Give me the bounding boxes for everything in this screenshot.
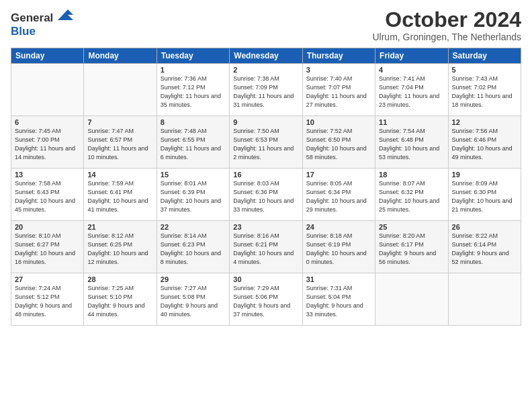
day-number: 11 <box>379 118 444 126</box>
logo-blue-text: Blue <box>11 25 75 38</box>
day-info: Sunrise: 7:24 AMSunset: 5:12 PMDaylight:… <box>15 284 80 319</box>
table-cell: 21Sunrise: 8:12 AMSunset: 6:25 PMDayligh… <box>84 221 157 273</box>
location: Ulrum, Groningen, The Netherlands <box>372 32 521 42</box>
col-thursday: Thursday <box>302 48 375 64</box>
week-row-2: 13Sunrise: 7:58 AMSunset: 6:43 PMDayligh… <box>11 169 521 221</box>
day-number: 13 <box>15 171 80 179</box>
day-info: Sunrise: 8:07 AMSunset: 6:32 PMDaylight:… <box>379 179 444 214</box>
day-number: 3 <box>306 66 371 74</box>
table-cell <box>84 64 157 116</box>
table-cell: 2Sunrise: 7:38 AMSunset: 7:09 PMDaylight… <box>230 64 302 116</box>
day-info: Sunrise: 7:41 AMSunset: 7:04 PMDaylight:… <box>379 75 444 109</box>
title-block: October 2024 Ulrum, Groningen, The Nethe… <box>372 8 521 42</box>
logo-general: General <box>11 11 53 24</box>
header: General Blue October 2024 Ulrum, Groning… <box>11 8 521 42</box>
day-info: Sunrise: 8:12 AMSunset: 6:25 PMDaylight:… <box>87 232 152 267</box>
table-cell: 20Sunrise: 8:10 AMSunset: 6:27 PMDayligh… <box>11 221 84 273</box>
table-cell: 14Sunrise: 7:59 AMSunset: 6:41 PMDayligh… <box>84 169 157 221</box>
day-number: 17 <box>306 171 371 179</box>
table-cell: 6Sunrise: 7:45 AMSunset: 7:00 PMDaylight… <box>11 116 84 169</box>
day-info: Sunrise: 7:31 AMSunset: 5:04 PMDaylight:… <box>306 284 371 319</box>
col-tuesday: Tuesday <box>157 48 229 64</box>
day-number: 28 <box>87 275 152 283</box>
week-row-0: 1Sunrise: 7:36 AMSunset: 7:12 PMDaylight… <box>11 64 521 116</box>
day-number: 14 <box>87 171 152 179</box>
day-number: 25 <box>379 223 444 231</box>
logo: General Blue <box>11 8 75 39</box>
day-number: 18 <box>379 171 444 179</box>
day-info: Sunrise: 7:43 AMSunset: 7:02 PMDaylight:… <box>452 75 517 109</box>
table-cell: 27Sunrise: 7:24 AMSunset: 5:12 PMDayligh… <box>11 273 84 326</box>
calendar-header-row: Sunday Monday Tuesday Wednesday Thursday… <box>11 48 521 64</box>
day-number: 10 <box>306 118 371 126</box>
day-info: Sunrise: 7:27 AMSunset: 5:08 PMDaylight:… <box>161 284 226 319</box>
day-number: 2 <box>233 66 298 74</box>
table-cell: 19Sunrise: 8:09 AMSunset: 6:30 PMDayligh… <box>448 169 521 221</box>
day-info: Sunrise: 7:52 AMSunset: 6:50 PMDaylight:… <box>306 127 371 162</box>
table-cell: 4Sunrise: 7:41 AMSunset: 7:04 PMDaylight… <box>375 64 448 116</box>
day-info: Sunrise: 8:05 AMSunset: 6:34 PMDaylight:… <box>306 179 371 214</box>
logo-blue-icon <box>54 8 75 21</box>
table-cell: 11Sunrise: 7:54 AMSunset: 6:48 PMDayligh… <box>375 116 448 169</box>
day-number: 5 <box>452 66 517 74</box>
day-info: Sunrise: 8:22 AMSunset: 6:14 PMDaylight:… <box>452 232 517 267</box>
day-info: Sunrise: 7:45 AMSunset: 7:00 PMDaylight:… <box>15 127 80 162</box>
day-info: Sunrise: 7:36 AMSunset: 7:12 PMDaylight:… <box>161 75 226 109</box>
day-number: 9 <box>233 118 298 126</box>
day-number: 20 <box>15 223 80 231</box>
day-info: Sunrise: 7:25 AMSunset: 5:10 PMDaylight:… <box>87 284 152 319</box>
table-cell: 25Sunrise: 8:20 AMSunset: 6:17 PMDayligh… <box>375 221 448 273</box>
day-info: Sunrise: 8:18 AMSunset: 6:19 PMDaylight:… <box>306 232 371 267</box>
col-wednesday: Wednesday <box>230 48 302 64</box>
table-cell: 28Sunrise: 7:25 AMSunset: 5:10 PMDayligh… <box>84 273 157 326</box>
day-info: Sunrise: 7:48 AMSunset: 6:55 PMDaylight:… <box>161 127 226 162</box>
table-cell: 5Sunrise: 7:43 AMSunset: 7:02 PMDaylight… <box>448 64 521 116</box>
day-number: 6 <box>15 118 80 126</box>
day-number: 4 <box>379 66 444 74</box>
table-cell: 15Sunrise: 8:01 AMSunset: 6:39 PMDayligh… <box>157 169 229 221</box>
col-monday: Monday <box>84 48 157 64</box>
calendar-table: Sunday Monday Tuesday Wednesday Thursday… <box>11 48 521 326</box>
day-number: 24 <box>306 223 371 231</box>
day-number: 23 <box>233 223 298 231</box>
table-cell <box>11 64 84 116</box>
day-info: Sunrise: 8:14 AMSunset: 6:23 PMDaylight:… <box>161 232 226 267</box>
day-info: Sunrise: 7:56 AMSunset: 6:46 PMDaylight:… <box>452 127 517 162</box>
day-info: Sunrise: 7:58 AMSunset: 6:43 PMDaylight:… <box>15 179 80 214</box>
day-info: Sunrise: 7:29 AMSunset: 5:06 PMDaylight:… <box>233 284 298 319</box>
day-number: 22 <box>161 223 226 231</box>
day-number: 27 <box>15 275 80 283</box>
table-cell: 3Sunrise: 7:40 AMSunset: 7:07 PMDaylight… <box>302 64 375 116</box>
table-cell: 22Sunrise: 8:14 AMSunset: 6:23 PMDayligh… <box>157 221 229 273</box>
table-cell: 1Sunrise: 7:36 AMSunset: 7:12 PMDaylight… <box>157 64 229 116</box>
svg-marker-0 <box>58 9 73 20</box>
day-number: 31 <box>306 275 371 283</box>
table-cell: 10Sunrise: 7:52 AMSunset: 6:50 PMDayligh… <box>302 116 375 169</box>
table-cell <box>375 273 448 326</box>
day-info: Sunrise: 7:40 AMSunset: 7:07 PMDaylight:… <box>306 75 371 109</box>
table-cell: 8Sunrise: 7:48 AMSunset: 6:55 PMDaylight… <box>157 116 229 169</box>
day-number: 15 <box>161 171 226 179</box>
table-cell: 26Sunrise: 8:22 AMSunset: 6:14 PMDayligh… <box>448 221 521 273</box>
week-row-1: 6Sunrise: 7:45 AMSunset: 7:00 PMDaylight… <box>11 116 521 169</box>
day-number: 30 <box>233 275 298 283</box>
table-cell: 23Sunrise: 8:16 AMSunset: 6:21 PMDayligh… <box>230 221 302 273</box>
table-cell: 16Sunrise: 8:03 AMSunset: 6:36 PMDayligh… <box>230 169 302 221</box>
week-row-4: 27Sunrise: 7:24 AMSunset: 5:12 PMDayligh… <box>11 273 521 326</box>
table-cell <box>448 273 521 326</box>
day-info: Sunrise: 8:10 AMSunset: 6:27 PMDaylight:… <box>15 232 80 267</box>
day-info: Sunrise: 8:01 AMSunset: 6:39 PMDaylight:… <box>161 179 226 214</box>
week-row-3: 20Sunrise: 8:10 AMSunset: 6:27 PMDayligh… <box>11 221 521 273</box>
day-info: Sunrise: 8:09 AMSunset: 6:30 PMDaylight:… <box>452 179 517 214</box>
day-number: 21 <box>87 223 152 231</box>
day-info: Sunrise: 7:47 AMSunset: 6:57 PMDaylight:… <box>87 127 152 162</box>
day-number: 19 <box>452 171 517 179</box>
day-info: Sunrise: 7:38 AMSunset: 7:09 PMDaylight:… <box>233 75 298 109</box>
day-number: 7 <box>87 118 152 126</box>
col-saturday: Saturday <box>448 48 521 64</box>
day-info: Sunrise: 8:16 AMSunset: 6:21 PMDaylight:… <box>233 232 298 267</box>
table-cell: 7Sunrise: 7:47 AMSunset: 6:57 PMDaylight… <box>84 116 157 169</box>
table-cell: 30Sunrise: 7:29 AMSunset: 5:06 PMDayligh… <box>230 273 302 326</box>
table-cell: 17Sunrise: 8:05 AMSunset: 6:34 PMDayligh… <box>302 169 375 221</box>
day-number: 26 <box>452 223 517 231</box>
